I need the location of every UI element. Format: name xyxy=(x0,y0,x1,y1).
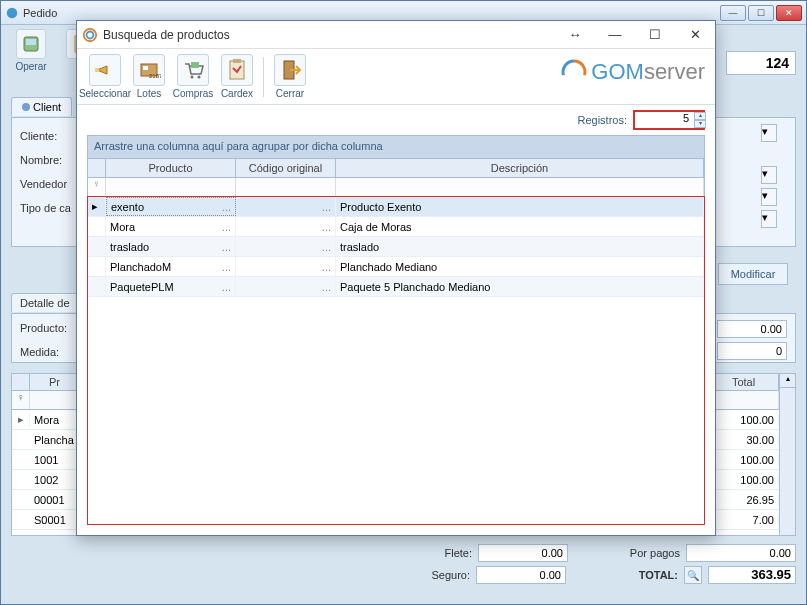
dropdown-2[interactable]: ▾ xyxy=(761,166,777,184)
dropdown-4[interactable]: ▾ xyxy=(761,210,777,228)
cardex-button[interactable]: Cardex xyxy=(215,54,259,99)
modificar-button[interactable]: Modificar xyxy=(718,263,788,285)
registros-row: Registros: 5 ▴ ▾ xyxy=(77,105,715,135)
ellipsis-icon[interactable]: ... xyxy=(318,281,331,293)
cell-product: 00001 xyxy=(30,494,80,506)
svg-rect-10 xyxy=(191,62,199,68)
total-search-button[interactable]: 🔍 xyxy=(684,566,702,584)
cell-codigo[interactable]: ... xyxy=(236,237,336,256)
dropdown-1[interactable]: ▾ xyxy=(761,124,777,142)
spinner-up[interactable]: ▴ xyxy=(694,112,706,120)
modal-title: Busqueda de productos xyxy=(103,28,561,42)
filter-pr[interactable] xyxy=(30,391,80,409)
total-label: TOTAL: xyxy=(608,569,678,581)
product-row[interactable]: Mora......Caja de Moras xyxy=(88,217,704,237)
ellipsis-icon[interactable]: ... xyxy=(318,241,331,253)
cell-product: 1001 xyxy=(30,454,80,466)
cell-codigo[interactable]: ... xyxy=(236,257,336,276)
ellipsis-icon[interactable]: ... xyxy=(318,261,331,273)
cell-producto[interactable]: traslado... xyxy=(106,237,236,256)
cell-product: S0001 xyxy=(30,514,80,526)
filter-producto[interactable] xyxy=(106,178,236,196)
operar-icon xyxy=(21,34,41,54)
cell-total: 100.00 xyxy=(709,454,779,466)
ellipsis-icon[interactable]: ... xyxy=(218,201,231,213)
svg-rect-6 xyxy=(143,66,148,70)
svg-rect-4 xyxy=(95,68,99,72)
minimize-button[interactable]: — xyxy=(720,5,746,21)
product-row[interactable]: traslado......traslado xyxy=(88,237,704,257)
cell-total: 100.00 xyxy=(709,474,779,486)
svg-text:21871: 21871 xyxy=(149,73,161,79)
filter-descripcion[interactable] xyxy=(336,178,704,196)
filter-icon[interactable]: ♀ xyxy=(12,391,30,409)
flete-value[interactable]: 0.00 xyxy=(478,544,568,562)
modal-close-button[interactable]: ✕ xyxy=(681,25,709,45)
operar-button[interactable]: Operar xyxy=(9,29,53,72)
seleccionar-button[interactable]: Seleccionar xyxy=(83,54,127,99)
col-total[interactable]: Total xyxy=(709,374,779,390)
cell-codigo[interactable]: ... xyxy=(236,277,336,296)
filter-icon[interactable]: ♀ xyxy=(88,178,106,196)
col-descripcion[interactable]: Descripción xyxy=(336,159,704,177)
close-button[interactable]: ✕ xyxy=(776,5,802,21)
product-row[interactable]: ▸exento......Producto Exento xyxy=(88,197,704,217)
ellipsis-icon[interactable]: ... xyxy=(218,241,231,253)
ellipsis-icon[interactable]: ... xyxy=(218,281,231,293)
brand-icon xyxy=(561,59,587,85)
cell-codigo[interactable]: ... xyxy=(236,217,336,236)
cerrar-button[interactable]: Cerrar xyxy=(268,54,312,99)
lotes-label: Lotes xyxy=(137,88,161,99)
modal-titlebar: Busqueda de productos ↔ — ☐ ✕ xyxy=(77,21,715,49)
spinner-down[interactable]: ▾ xyxy=(694,120,706,128)
cell-producto[interactable]: PaquetePLM... xyxy=(106,277,236,296)
lotes-button[interactable]: 21871 Lotes xyxy=(127,54,171,99)
ellipsis-icon[interactable]: ... xyxy=(318,201,331,213)
col-producto[interactable]: Producto xyxy=(106,159,236,177)
cell-descripcion: Producto Exento xyxy=(336,197,704,216)
cell-producto[interactable]: Mora... xyxy=(106,217,236,236)
parent-title: Pedido xyxy=(23,7,720,19)
filter-codigo[interactable] xyxy=(236,178,336,196)
producto-label: Producto: xyxy=(20,322,75,334)
filter-total[interactable] xyxy=(709,391,779,409)
cell-codigo[interactable]: ... xyxy=(236,197,336,216)
ellipsis-icon[interactable]: ... xyxy=(318,221,331,233)
product-row[interactable]: PaquetePLM......Paquete 5 Planchado Medi… xyxy=(88,277,704,297)
maximize-button[interactable]: ☐ xyxy=(748,5,774,21)
ellipsis-icon[interactable]: ... xyxy=(218,261,231,273)
grid-scrollbar[interactable]: ▴ xyxy=(779,374,795,535)
group-by-bar[interactable]: Arrastre una columna aquí para agrupar p… xyxy=(88,136,704,158)
dropdown-3[interactable]: ▾ xyxy=(761,188,777,206)
col-codigo[interactable]: Código original xyxy=(236,159,336,177)
cell-product: Plancha xyxy=(30,434,80,446)
ellipsis-icon[interactable]: ... xyxy=(218,221,231,233)
modal-maximize-button[interactable]: ☐ xyxy=(641,25,669,45)
col-pr[interactable]: Pr xyxy=(30,374,80,390)
cell-descripcion: Planchado Mediano xyxy=(336,257,704,276)
totals-area: Flete: 0.00 Por pagos 0.00 Seguro: 0.00 … xyxy=(11,542,796,596)
cliente-label: Cliente: xyxy=(20,130,80,142)
product-row[interactable]: PlanchadoM......Planchado Mediano xyxy=(88,257,704,277)
svg-point-0 xyxy=(7,7,18,18)
svg-rect-2 xyxy=(26,39,36,45)
vendedor-label: Vendedor xyxy=(20,178,80,190)
product-grid-header: Producto Código original Descripción xyxy=(88,158,704,178)
num-field-1[interactable]: 0.00 xyxy=(717,320,787,338)
cart-icon xyxy=(181,58,205,82)
cerrar-label: Cerrar xyxy=(276,88,304,99)
detalle-tab[interactable]: Detalle de xyxy=(11,293,79,312)
svg-rect-11 xyxy=(230,61,244,79)
modal-resize-button[interactable]: ↔ xyxy=(561,25,589,45)
compras-button[interactable]: Compras xyxy=(171,54,215,99)
num-field-2[interactable]: 0 xyxy=(717,342,787,360)
operar-label: Operar xyxy=(15,61,46,72)
seguro-value[interactable]: 0.00 xyxy=(476,566,566,584)
modal-minimize-button[interactable]: — xyxy=(601,25,629,45)
cell-producto[interactable]: exento... xyxy=(106,197,236,216)
cell-producto[interactable]: PlanchadoM... xyxy=(106,257,236,276)
tab-client[interactable]: Client xyxy=(11,97,72,116)
porpagos-label: Por pagos xyxy=(610,547,680,559)
scroll-up-icon[interactable]: ▴ xyxy=(780,374,795,388)
cell-total: 26.95 xyxy=(709,494,779,506)
